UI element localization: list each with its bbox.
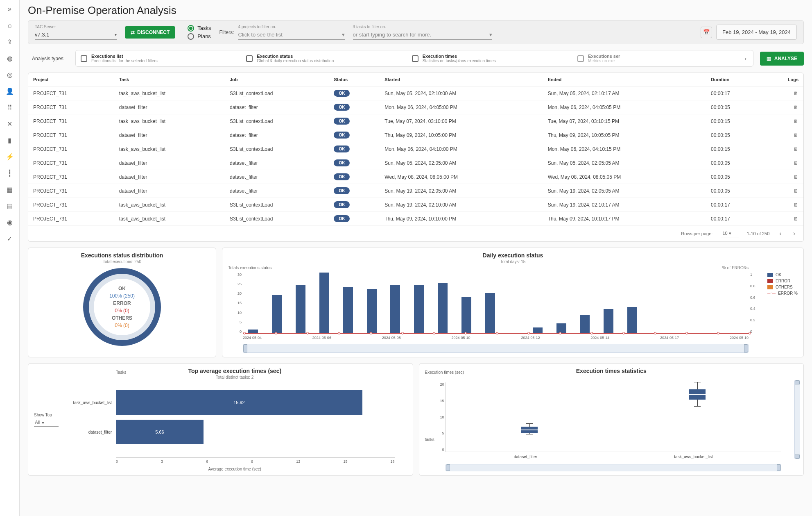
target-icon[interactable]: ◉ [6, 218, 14, 226]
home-icon[interactable]: ⌂ [6, 21, 14, 30]
tac-server-label: TAC Server [35, 25, 117, 29]
analysis-type-item[interactable]: Executions serMetrics on exe [577, 54, 738, 63]
log-icon[interactable]: 🗎 [794, 202, 798, 208]
table-row: PROJECT_731dataset_filterdataset_filterO… [28, 170, 803, 184]
log-icon[interactable]: 🗎 [794, 118, 798, 124]
calendar-icon[interactable]: 📅 [701, 27, 712, 38]
daily-bar [343, 287, 353, 334]
daily-legend: OK ERROR OTHERS ─○─ERROR % [767, 273, 798, 297]
log-icon[interactable]: 🗎 [794, 105, 798, 110]
analyse-button[interactable]: ▥ ANALYSE [760, 52, 804, 66]
task-filter-hint: 3 tasks to filter on. [353, 25, 492, 29]
grid-icon[interactable]: ▦ [6, 185, 14, 193]
status-badge: OK [334, 201, 350, 208]
disconnect-button[interactable]: ⇄ DISCONNECT [125, 26, 175, 39]
info-icon[interactable]: ▮ [6, 136, 14, 144]
status-badge: OK [334, 90, 350, 97]
stats-ylabel: Execution times (sec) [425, 370, 464, 375]
boxplot [521, 382, 538, 452]
col-job[interactable]: Job [225, 73, 329, 86]
daily-bar [390, 285, 400, 334]
log-icon[interactable]: 🗎 [794, 160, 798, 166]
task-filter-select[interactable]: or start typing to search for more. ▾ [353, 30, 492, 40]
tree-icon[interactable]: ┇ [6, 169, 14, 177]
showtop-select[interactable]: All ▾ [34, 419, 59, 427]
radio-tasks[interactable]: Tasks [188, 25, 211, 32]
sidebar: » ⌂ ⇪ ◍ ◎ 👤 ⠿ ✕ ▮ ⚡ ┇ ▦ ▤ ◉ ✓ [0, 0, 20, 516]
controls-bar: TAC Server v7.3.1 ▾ ⇄ DISCONNECT Tasks P… [28, 20, 804, 44]
date-range-button[interactable]: Feb 19, 2024 - May 19, 2024 [716, 25, 797, 40]
daily-bar [438, 283, 448, 334]
chevron-right-icon[interactable]: › [743, 55, 748, 61]
analysis-type-item[interactable]: Execution statusGlobal & daily execution… [246, 54, 407, 63]
log-icon[interactable]: 🗎 [794, 132, 798, 138]
table-row: PROJECT_731dataset_filterdataset_filterO… [28, 156, 803, 170]
status-badge: OK [334, 187, 350, 194]
topavg-xlabel: Average execution time (sec) [63, 467, 407, 471]
donut-title: Executions status distribution [34, 252, 210, 259]
bolt-icon[interactable]: ⚡ [6, 152, 14, 161]
export-icon[interactable]: ⇪ [6, 38, 14, 46]
daily-chart: 302520151050 10.80.60.40.20 [243, 273, 749, 334]
log-icon[interactable]: 🗎 [794, 216, 798, 222]
topavg-ylabel: Tasks [116, 370, 127, 375]
doc-icon[interactable]: ▤ [6, 202, 14, 210]
donut-center: OK 100% (250) ERROR 0% (0) OTHERS 0% (0) [109, 285, 135, 329]
stats-brush-v[interactable] [794, 380, 800, 459]
col-ended[interactable]: Ended [543, 73, 706, 86]
col-task[interactable]: Task [114, 73, 225, 86]
daily-bar [627, 307, 637, 334]
checkbox-icon[interactable] [412, 55, 418, 62]
table-row: PROJECT_731dataset_filterdataset_filterO… [28, 128, 803, 142]
stats-brush-h[interactable] [446, 464, 782, 471]
tools-icon[interactable]: ✕ [6, 120, 14, 128]
daily-bar [580, 315, 590, 334]
table-row: PROJECT_731dataset_filterdataset_filterO… [28, 100, 803, 114]
chevron-down-icon: ▾ [342, 32, 345, 38]
pager-next[interactable]: › [792, 230, 797, 237]
log-icon[interactable]: 🗎 [794, 91, 798, 96]
executions-table: Project Task Job Status Started Ended Du… [28, 73, 803, 226]
project-filter-select[interactable]: Click to see the list ▾ [238, 30, 345, 40]
badge-icon[interactable]: ◎ [6, 70, 14, 79]
disconnect-icon: ⇄ [131, 30, 135, 35]
status-badge: OK [334, 159, 350, 166]
group-icon[interactable]: ⠿ [6, 103, 14, 111]
globe-icon[interactable]: ◍ [6, 54, 14, 62]
log-icon[interactable]: 🗎 [794, 146, 798, 152]
tac-server-select[interactable]: v7.3.1 ▾ [35, 30, 117, 40]
log-icon[interactable]: 🗎 [794, 188, 798, 194]
user-icon[interactable]: 👤 [6, 87, 14, 95]
analysis-type-item[interactable]: Execution timesStatistics on tasks/plans… [412, 54, 572, 63]
daily-bar [556, 323, 566, 334]
stats-chart-card: Execution times statistics Execution tim… [419, 363, 804, 476]
boxplot [689, 382, 706, 452]
donut-chart: OK 100% (250) ERROR 0% (0) OTHERS 0% (0) [83, 268, 161, 346]
checkbox-icon[interactable] [81, 55, 87, 62]
log-icon[interactable]: 🗎 [794, 174, 798, 180]
daily-right-label: % of ERRORs [722, 266, 749, 270]
checkbox-icon[interactable] [577, 55, 584, 62]
col-project[interactable]: Project [28, 73, 114, 86]
col-duration[interactable]: Duration [706, 73, 763, 86]
rpp-select[interactable]: 10 ▾ [721, 230, 738, 237]
topavg-subtitle: Total distinct tasks: 2 [63, 375, 407, 380]
chevron-down-icon: ▾ [489, 32, 492, 38]
col-status[interactable]: Status [329, 73, 380, 86]
pager-prev[interactable]: ‹ [778, 230, 783, 237]
pager-range: 1-10 of 250 [747, 231, 770, 236]
daily-bar [296, 285, 305, 334]
col-logs[interactable]: Logs [763, 73, 803, 86]
radio-off-icon [188, 33, 194, 40]
rpp-label: Rows per page: [681, 231, 712, 236]
analysis-type-item[interactable]: Executions listExecutions list for the s… [81, 54, 241, 63]
col-started[interactable]: Started [380, 73, 543, 86]
check-icon[interactable]: ✓ [6, 234, 14, 243]
radio-plans[interactable]: Plans [188, 33, 211, 40]
daily-subtitle: Total days: 15 [228, 259, 798, 264]
status-badge: OK [334, 118, 350, 125]
main-content: On-Premise Operation Analysis TAC Server… [20, 0, 812, 516]
expand-icon[interactable]: » [6, 5, 14, 13]
daily-brush[interactable] [243, 344, 749, 353]
checkbox-icon[interactable] [246, 55, 253, 62]
